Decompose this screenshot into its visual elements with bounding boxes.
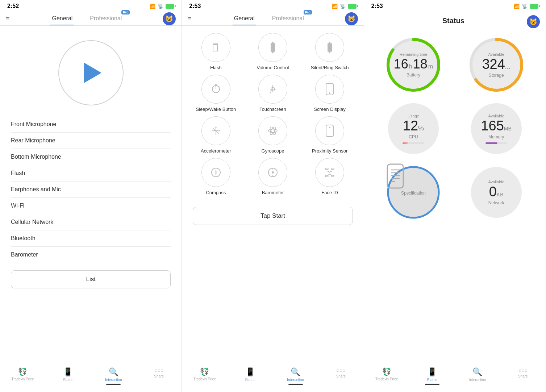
icon-cell-flash-top[interactable]: Flash <box>189 33 242 71</box>
status-bar-2: 2:53 📶 📡 <box>182 0 363 11</box>
svg-rect-4 <box>213 44 217 45</box>
signal-icon-3: 📶 <box>514 4 520 9</box>
list-item[interactable]: Cellular Network <box>11 214 171 230</box>
svg-rect-26 <box>326 125 333 137</box>
specification-widget[interactable]: Specification <box>375 163 452 221</box>
svg-rect-0 <box>213 43 218 44</box>
icon-circle-baro <box>258 158 287 187</box>
status-bar-3: 2:53 📶 📡 <box>364 0 546 11</box>
avatar-btn-1[interactable]: 🐱 <box>163 12 176 25</box>
share-icon-1: ○○○ <box>154 367 163 373</box>
storage-value: 324 ... <box>482 57 510 72</box>
memory-bar <box>485 142 507 144</box>
tab-interaction-2[interactable]: 🔍 Interaction <box>273 367 318 385</box>
signal-icon-2: 📶 <box>332 4 338 9</box>
icon-cell-compass[interactable]: Compass <box>189 158 242 196</box>
icon-cell-gyro[interactable]: Gyroscope <box>246 116 299 154</box>
icon-circle-proximity <box>315 116 344 145</box>
list-item[interactable]: Wi-Fi <box>11 198 171 214</box>
status-icons-2: 📶 📡 <box>332 4 357 9</box>
svg-rect-36 <box>331 168 334 170</box>
menu-icon-1[interactable]: ≡ <box>6 15 10 23</box>
icon-cell-touch[interactable]: Touchscreen <box>246 75 299 113</box>
storage-widget[interactable]: Available 324 ... Storage <box>458 36 535 94</box>
nav-header-2: ≡ General Professional Pro 🐱 <box>182 11 363 26</box>
list-item[interactable]: Earphones and Mic <box>11 182 171 198</box>
tab-label-4: Share <box>154 374 164 378</box>
tab-label-33: Interaction <box>469 378 486 382</box>
list-item[interactable]: Bluetooth <box>11 230 171 247</box>
list-item[interactable]: Bottom Microphone <box>11 149 171 165</box>
cpu-bar-fill <box>403 142 408 144</box>
svg-marker-21 <box>219 130 220 132</box>
tab-general-1[interactable]: General <box>50 12 74 25</box>
tap-start-button[interactable]: Tap Start <box>193 207 353 225</box>
icon-cell-screen[interactable]: Screen Display <box>303 75 357 113</box>
list-item[interactable]: Flash <box>11 165 171 182</box>
tab-trade-in-price-2[interactable]: 💱 Trade-in Price <box>182 367 227 385</box>
tab-status-2[interactable]: 📱 Status <box>228 367 273 385</box>
list-button[interactable]: List <box>11 270 171 288</box>
tab-label-1: Trade-in Price <box>11 377 34 381</box>
tab-professional-2[interactable]: Professional Pro <box>271 12 305 25</box>
icon-cell-faceid[interactable]: Face ID <box>303 158 357 196</box>
pro-badge-2: Pro <box>304 10 312 14</box>
play-circle[interactable] <box>58 40 124 105</box>
tab-status-1[interactable]: 📱 Status <box>45 367 91 385</box>
icon-label-baro: Barometer <box>262 190 284 196</box>
svg-rect-37 <box>325 175 328 177</box>
icon-cell-accel[interactable]: Accelerometer <box>189 116 242 154</box>
icon-circle-ring <box>315 33 344 62</box>
svg-rect-9 <box>328 43 329 52</box>
tab-trade-in-price-3[interactable]: 💱 Trade-in Price <box>364 367 409 385</box>
icon-circle-gyro <box>258 116 287 145</box>
cpu-value: 12 % <box>403 118 424 134</box>
status-icons-1: 📶 📡 <box>150 4 174 9</box>
tap-start-container: Tap Start <box>182 200 363 232</box>
tab-share-3[interactable]: ○○○ Share <box>500 367 546 385</box>
avatar-btn-2[interactable]: 🐱 <box>345 12 358 25</box>
tab-interaction-1[interactable]: 🔍 Interaction <box>91 367 136 385</box>
svg-rect-10 <box>330 43 332 52</box>
icon-circle-screen <box>315 75 344 104</box>
tab-interaction-3[interactable]: 🔍 Interaction <box>455 367 500 385</box>
interaction-icon-3: 🔍 <box>472 367 482 377</box>
avatar-btn-3[interactable]: 🐱 <box>527 15 540 28</box>
screen-1: 2:52 📶 📡 ≡ General Professional Pro 🐱 <box>0 0 182 392</box>
icon-cell-volume[interactable]: Volume Control <box>246 33 299 71</box>
memory-widget[interactable]: Available 165 MB Memory <box>458 100 535 158</box>
icon-cell-proximity[interactable]: Proximity Sensor <box>303 116 357 154</box>
pro-badge-1: Pro <box>121 10 130 14</box>
interaction-icon-1: 🔍 <box>109 367 118 377</box>
icon-label-gyro: Gyroscope <box>262 148 284 154</box>
page-title-3: Status <box>442 14 464 29</box>
share-icon-3: ○○○ <box>518 367 528 373</box>
list-item[interactable]: Front Microphone <box>11 116 171 133</box>
icon-grid: Flash Volume Control Silent/Ring Switch <box>182 29 363 200</box>
menu-icon-2[interactable]: ≡ <box>188 15 192 23</box>
list-item[interactable]: Rear Microphone <box>11 133 171 149</box>
list-item[interactable]: Barometer <box>11 247 171 263</box>
tab-trade-in-price-1[interactable]: 💱 Trade-in Price <box>0 367 45 385</box>
icon-cell-sleep[interactable]: Sleep/Wake Button <box>189 75 242 113</box>
tab-label-34: Share <box>518 374 528 378</box>
icon-cell-ring[interactable]: Silent/Ring Switch <box>303 33 357 71</box>
wifi-icon-3: 📡 <box>522 4 528 9</box>
tab-label-21: Trade-in Price <box>193 377 216 381</box>
icon-circle-touch <box>258 75 287 104</box>
screen1-content: Front Microphone Rear Microphone Bottom … <box>0 26 182 365</box>
share-icon-2: ○○○ <box>336 367 345 373</box>
tab-share-2[interactable]: ○○○ Share <box>318 367 363 385</box>
icon-circle-compass <box>201 158 230 187</box>
tab-professional-1[interactable]: Professional Pro <box>88 12 123 25</box>
svg-marker-20 <box>215 126 217 128</box>
trade-in-icon-1: 💱 <box>18 367 27 376</box>
tab-general-2[interactable]: General <box>233 12 256 25</box>
tab-status-3[interactable]: 📱 Status <box>409 367 455 385</box>
battery-widget[interactable]: Remaining time 16 h 18 m Battery <box>375 36 452 94</box>
tab-share-1[interactable]: ○○○ Share <box>136 367 182 385</box>
battery-label-bottom: Battery <box>407 72 420 78</box>
icon-cell-baro[interactable]: Barometer <box>246 158 299 196</box>
network-widget[interactable]: Available 0 KB Network <box>458 163 535 221</box>
cpu-widget[interactable]: Usage 12 % CPU <box>375 100 452 158</box>
